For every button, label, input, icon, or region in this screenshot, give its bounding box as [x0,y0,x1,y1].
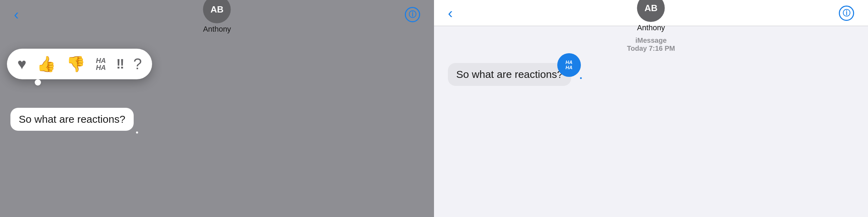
reaction-exclaim[interactable]: ‼ [116,57,123,72]
left-header-center: AB Anthony [203,0,231,34]
left-message-area: So what are reactions? [10,108,134,131]
reaction-question[interactable]: ? [133,55,142,73]
timestamp-label: iMessage [635,37,667,44]
right-bubble-wrapper: So what are reactions?HAHA [448,63,571,86]
right-contact-name: Anthony [637,23,665,32]
reaction-badge: HAHA [557,53,581,77]
right-message-area: iMessage Today 7:16 PM So what are react… [434,26,868,217]
left-avatar: AB [203,0,231,23]
reaction-thumbsdown[interactable]: 👎 [66,55,85,73]
right-avatar: AB [637,0,665,22]
right-message-bubble: So what are reactions?HAHA [448,63,571,86]
right-panel: ‹ AB Anthony ⓘ iMessage Today 7:16 PM So… [434,0,868,217]
reaction-heart[interactable]: ♥ [17,55,26,73]
timestamp: iMessage Today 7:16 PM [627,37,675,53]
right-info-button[interactable]: ⓘ [839,6,854,21]
timestamp-time: Today 7:16 PM [627,45,675,52]
left-back-button[interactable]: ‹ [14,7,19,22]
left-info-button[interactable]: ⓘ [405,7,420,22]
reaction-thumbsup[interactable]: 👍 [37,55,56,73]
right-back-button[interactable]: ‹ [448,6,453,21]
right-header: ‹ AB Anthony ⓘ [434,0,868,26]
left-contact-name: Anthony [203,25,231,34]
reaction-haha[interactable]: HAHA [96,57,106,71]
right-header-center: AB Anthony [637,0,665,32]
left-panel: ‹ AB Anthony ⓘ ♥ 👍 👎 HAHA ‼ ? So what ar… [0,0,434,217]
reaction-popup: ♥ 👍 👎 HAHA ‼ ? [7,49,152,79]
left-message-bubble: So what are reactions? [10,108,134,131]
left-header: ‹ AB Anthony ⓘ [0,0,434,26]
